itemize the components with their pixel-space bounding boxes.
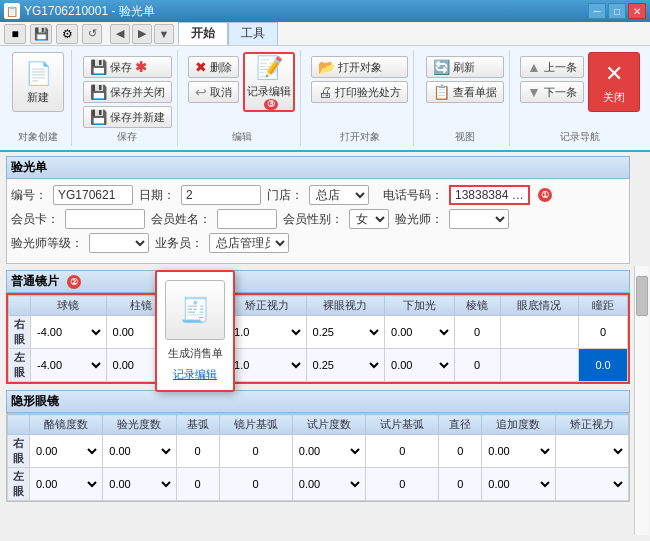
- right-pd-input[interactable]: [589, 326, 617, 338]
- generate-sales-button[interactable]: 🧾: [165, 280, 225, 340]
- left-prism-input[interactable]: [465, 359, 490, 371]
- cl-l-base-curve[interactable]: [176, 468, 219, 501]
- tab-tools[interactable]: 工具: [228, 22, 278, 45]
- cl-l-trial-curve[interactable]: [366, 468, 439, 501]
- right-prism-input[interactable]: [465, 326, 490, 338]
- left-pd-input[interactable]: [589, 359, 617, 371]
- member-input[interactable]: [65, 209, 145, 229]
- right-pd-cell[interactable]: [579, 316, 628, 349]
- delete-button[interactable]: ✖ 删除: [188, 56, 239, 78]
- left-corrected-cell[interactable]: 1.0: [228, 349, 307, 382]
- right-naked-select[interactable]: 0.25: [309, 325, 383, 339]
- cl-l-add-power-select[interactable]: 0.00: [484, 477, 552, 491]
- right-prism-cell[interactable]: [454, 316, 500, 349]
- right-naked-cell[interactable]: 0.25: [306, 316, 385, 349]
- save-new-button[interactable]: 💾 保存并新建: [83, 106, 172, 128]
- left-naked-cell[interactable]: 0.25: [306, 349, 385, 382]
- open-object-button[interactable]: 📂 打开对象: [311, 56, 408, 78]
- right-add-cell[interactable]: 0.00: [385, 316, 455, 349]
- left-fundus-input[interactable]: [519, 359, 559, 371]
- cl-l-refraction-select[interactable]: 0.00: [105, 477, 173, 491]
- cl-r-trial-power-select[interactable]: 0.00: [295, 444, 363, 458]
- left-pd-cell[interactable]: [579, 349, 628, 382]
- cl-r-base-curve[interactable]: [176, 435, 219, 468]
- close-window-button[interactable]: ✕ 关闭: [588, 52, 640, 112]
- cl-l-trial-power[interactable]: 0.00: [292, 468, 365, 501]
- record-edit-button[interactable]: 📝 记录编辑 ③: [243, 52, 295, 112]
- left-add-cell[interactable]: 0.00: [385, 349, 455, 382]
- cl-r-base-power-select[interactable]: 0.00: [32, 444, 100, 458]
- cl-r-corrected-select[interactable]: [558, 444, 626, 458]
- menu-icon-btn-1[interactable]: ■: [4, 24, 26, 44]
- left-naked-select[interactable]: 0.25: [309, 358, 383, 372]
- date-input[interactable]: [181, 185, 261, 205]
- right-corrected-cell[interactable]: 1.0: [228, 316, 307, 349]
- nav-down-button[interactable]: ▼: [154, 24, 174, 44]
- member-name-input[interactable]: [217, 209, 277, 229]
- view-record-button[interactable]: 📋 查看单据: [426, 81, 504, 103]
- cl-l-lens-curve-input[interactable]: [243, 478, 268, 490]
- cancel-button[interactable]: ↩ 取消: [188, 81, 239, 103]
- nav-left-button[interactable]: ◀: [110, 24, 130, 44]
- optometrist-level-select[interactable]: [89, 233, 149, 253]
- right-fundus-input[interactable]: [519, 326, 559, 338]
- tab-start[interactable]: 开始: [178, 22, 228, 45]
- cl-l-add-power[interactable]: 0.00: [482, 468, 555, 501]
- cl-r-refraction[interactable]: 0.00: [103, 435, 176, 468]
- cl-l-trial-power-select[interactable]: 0.00: [295, 477, 363, 491]
- right-sphere-select[interactable]: -4.00: [33, 325, 104, 339]
- save-button[interactable]: 💾 保存 ✱: [83, 56, 172, 78]
- cl-r-add-power-select[interactable]: 0.00: [484, 444, 552, 458]
- menu-icon-btn-save[interactable]: 💾: [30, 24, 52, 44]
- cl-l-corrected[interactable]: [555, 468, 628, 501]
- left-corrected-select[interactable]: 1.0: [230, 358, 304, 372]
- cl-r-base-curve-input[interactable]: [185, 445, 210, 457]
- prev-record-button[interactable]: ▲ 上一条: [520, 56, 584, 78]
- cl-r-trial-curve[interactable]: [366, 435, 439, 468]
- cl-l-diameter[interactable]: [439, 468, 482, 501]
- scrollbar[interactable]: [634, 266, 650, 535]
- cl-r-trial-curve-input[interactable]: [390, 445, 415, 457]
- maximize-button[interactable]: □: [608, 3, 626, 19]
- left-prism-cell[interactable]: [454, 349, 500, 382]
- left-sphere-select[interactable]: -4.00: [33, 358, 104, 372]
- cl-l-lens-curve[interactable]: [219, 468, 292, 501]
- business-select[interactable]: 总店管理员: [209, 233, 289, 253]
- cl-r-base-power[interactable]: 0.00: [30, 435, 103, 468]
- code-input[interactable]: [53, 185, 133, 205]
- right-add-select[interactable]: 0.00: [387, 325, 452, 339]
- cl-r-trial-power[interactable]: 0.00: [292, 435, 365, 468]
- next-record-button[interactable]: ▼ 下一条: [520, 81, 584, 103]
- left-fundus-cell[interactable]: [500, 349, 579, 382]
- nav-back-button[interactable]: ↺: [82, 24, 102, 44]
- cl-r-diameter[interactable]: [439, 435, 482, 468]
- right-fundus-cell[interactable]: [500, 316, 579, 349]
- left-sphere-cell[interactable]: -4.00: [31, 349, 107, 382]
- cl-r-diameter-input[interactable]: [448, 445, 473, 457]
- cl-l-diameter-input[interactable]: [448, 478, 473, 490]
- right-corrected-select[interactable]: 1.0: [230, 325, 304, 339]
- refresh-button[interactable]: 🔄 刷新: [426, 56, 504, 78]
- minimize-button[interactable]: ─: [588, 3, 606, 19]
- right-sphere-cell[interactable]: -4.00: [31, 316, 107, 349]
- cl-r-lens-curve-input[interactable]: [243, 445, 268, 457]
- cl-l-refraction[interactable]: 0.00: [103, 468, 176, 501]
- window-close-button[interactable]: ✕: [628, 3, 646, 19]
- cl-r-corrected[interactable]: [555, 435, 628, 468]
- gender-select[interactable]: 女 男: [349, 209, 389, 229]
- cl-l-base-curve-input[interactable]: [185, 478, 210, 490]
- store-select[interactable]: 总店: [309, 185, 369, 205]
- cl-r-lens-curve[interactable]: [219, 435, 292, 468]
- print-prescription-button[interactable]: 🖨 打印验光处方: [311, 81, 408, 103]
- new-button[interactable]: 📄 新建: [12, 52, 64, 112]
- cl-r-refraction-select[interactable]: 0.00: [105, 444, 173, 458]
- cl-l-base-power-select[interactable]: 0.00: [32, 477, 100, 491]
- cl-l-base-power[interactable]: 0.00: [30, 468, 103, 501]
- scroll-thumb[interactable]: [636, 276, 648, 316]
- optometrist-select[interactable]: [449, 209, 509, 229]
- cl-l-trial-curve-input[interactable]: [390, 478, 415, 490]
- cl-l-corrected-select[interactable]: [558, 477, 626, 491]
- menu-icon-btn-settings[interactable]: ⚙: [56, 24, 78, 44]
- nav-right-button[interactable]: ▶: [132, 24, 152, 44]
- left-add-select[interactable]: 0.00: [387, 358, 452, 372]
